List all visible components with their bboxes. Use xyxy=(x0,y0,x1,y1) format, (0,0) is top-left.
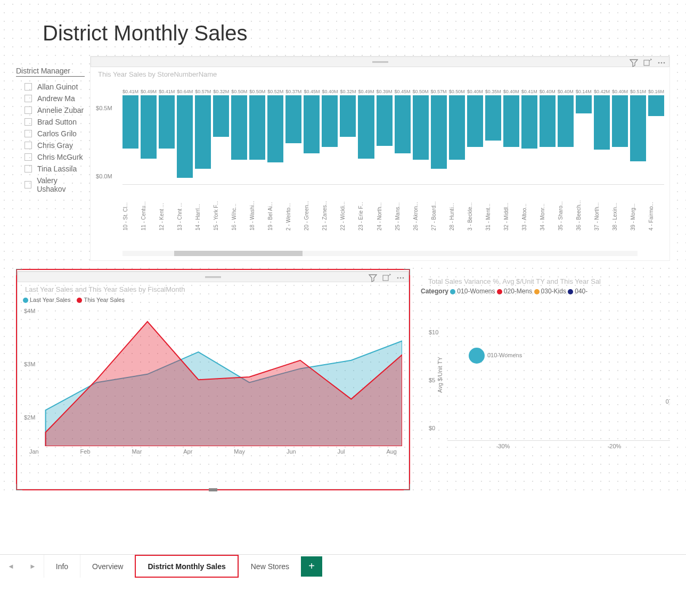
bar-value-label: $0.40M xyxy=(540,89,556,94)
area-chart-plot xyxy=(24,308,402,446)
more-options-icon[interactable] xyxy=(657,59,666,67)
bar-value-label: $0.41M xyxy=(123,89,138,94)
bar[interactable] xyxy=(485,95,501,141)
scrollbar-thumb[interactable] xyxy=(174,251,303,256)
bar[interactable] xyxy=(267,95,283,162)
tab-overview[interactable]: Overview xyxy=(80,555,135,578)
tab-info[interactable]: Info xyxy=(44,555,80,578)
checkbox-icon[interactable] xyxy=(24,165,32,173)
bar[interactable] xyxy=(521,95,537,149)
scatter-chart-plot: Avg $/Unit TY $10 $5 $0 010-Womens 070 xyxy=(447,302,670,441)
slicer-item[interactable]: Brad Sutton xyxy=(16,116,85,128)
bar[interactable] xyxy=(413,95,429,160)
drag-grip-icon[interactable] xyxy=(372,61,388,63)
visual-header[interactable] xyxy=(18,272,409,282)
bar[interactable] xyxy=(249,95,265,160)
bar[interactable] xyxy=(231,95,247,160)
bar-value-label: $0.37M xyxy=(285,89,301,94)
bar[interactable] xyxy=(395,95,411,153)
tab-nav-prev[interactable]: ◄ xyxy=(0,562,22,570)
y-tick: $0.0M xyxy=(96,173,112,179)
svg-point-5 xyxy=(397,277,399,279)
focus-mode-icon[interactable] xyxy=(382,274,391,282)
tab-district-monthly-sales[interactable]: District Monthly Sales xyxy=(135,555,238,578)
y-tick: $3M xyxy=(24,361,35,367)
more-options-icon[interactable] xyxy=(396,274,405,282)
bar[interactable] xyxy=(449,95,465,160)
bar-value-label: $0.39M xyxy=(377,89,393,94)
visual-header[interactable] xyxy=(91,56,669,67)
slicer-item[interactable]: Allan Guinot xyxy=(16,81,85,93)
bar[interactable] xyxy=(648,95,664,116)
slicer-item[interactable]: Valery Ushakov xyxy=(16,175,85,195)
bar[interactable] xyxy=(467,95,483,147)
drag-grip-icon[interactable] xyxy=(205,276,221,278)
checkbox-icon[interactable] xyxy=(24,118,32,126)
svg-point-6 xyxy=(400,277,402,279)
slicer-item[interactable]: Chris Gray xyxy=(16,139,85,151)
bar[interactable] xyxy=(612,95,628,147)
bar-chart-visual[interactable]: This Year Sales by StoreNumberName $0.5M… xyxy=(90,56,670,261)
slicer-item[interactable]: Carlos Grilo xyxy=(16,128,85,139)
x-tick-label: May xyxy=(234,448,245,455)
bar[interactable] xyxy=(576,95,592,113)
tab-nav-next[interactable]: ► xyxy=(22,562,44,570)
checkbox-icon[interactable] xyxy=(24,142,32,149)
filter-icon[interactable] xyxy=(630,59,638,67)
add-page-button[interactable]: + xyxy=(301,556,322,577)
bar[interactable] xyxy=(558,95,574,147)
bar[interactable] xyxy=(177,95,193,178)
bar[interactable] xyxy=(358,95,374,159)
bar-value-label: $0.64M xyxy=(177,89,193,94)
horizontal-scrollbar[interactable] xyxy=(123,251,638,256)
bar[interactable] xyxy=(304,95,320,153)
bar[interactable] xyxy=(594,95,610,150)
bar[interactable] xyxy=(377,95,393,146)
bar-value-label: $0.50M xyxy=(413,89,429,94)
focus-mode-icon[interactable] xyxy=(643,59,652,67)
bar-value-label: $0.45M xyxy=(395,89,411,94)
x-tick-label: Jul xyxy=(337,448,345,455)
bar[interactable] xyxy=(159,95,175,149)
bar[interactable] xyxy=(503,95,519,147)
bar[interactable] xyxy=(123,95,138,149)
bar[interactable] xyxy=(141,95,157,159)
bar-value-label: $0.41M xyxy=(521,89,537,94)
scatter-y-axis-label: Avg $/Unit TY xyxy=(437,357,443,392)
checkbox-icon[interactable] xyxy=(24,153,32,161)
bar-value-label: $0.40M xyxy=(558,89,574,94)
checkbox-icon[interactable] xyxy=(24,181,31,188)
svg-point-1 xyxy=(658,62,660,64)
slicer-item-label: Allan Guinot xyxy=(37,83,78,91)
y-tick: $0 xyxy=(429,425,435,431)
bar[interactable] xyxy=(195,95,211,169)
tab-new-stores[interactable]: New Stores xyxy=(239,555,301,578)
slicer-item[interactable]: Andrew Ma xyxy=(16,93,85,104)
slicer-item-label: Brad Sutton xyxy=(37,118,77,126)
slicer-item[interactable]: Chris McGurk xyxy=(16,151,85,163)
resize-handle[interactable] xyxy=(404,484,410,490)
scatter-point-womens[interactable] xyxy=(469,348,485,364)
x-tick: -30% xyxy=(496,443,510,449)
filter-icon[interactable] xyxy=(369,274,377,282)
slicer-item[interactable]: Tina Lassila xyxy=(16,163,85,175)
bar[interactable] xyxy=(431,95,447,169)
x-tick-label: Apr xyxy=(183,448,192,455)
bar[interactable] xyxy=(540,95,556,147)
resize-handle[interactable] xyxy=(209,488,217,491)
district-manager-slicer[interactable]: District Manager Allan GuinotAndrew MaAn… xyxy=(16,56,85,261)
checkbox-icon[interactable] xyxy=(24,95,32,102)
slicer-item[interactable]: Annelie Zubar xyxy=(16,104,85,116)
scatter-chart-visual[interactable]: Total Sales Variance %, Avg $/Unit TY an… xyxy=(421,269,670,490)
bar[interactable] xyxy=(322,95,338,147)
checkbox-icon[interactable] xyxy=(24,106,32,114)
bar[interactable] xyxy=(630,95,646,161)
resize-handle[interactable] xyxy=(16,484,22,490)
checkbox-icon[interactable] xyxy=(24,130,32,137)
slicer-title: District Manager xyxy=(16,67,85,77)
bar[interactable] xyxy=(213,95,229,137)
bar[interactable] xyxy=(285,95,301,143)
area-chart-visual-selected[interactable]: Last Year Sales and This Year Sales by F… xyxy=(16,269,410,490)
checkbox-icon[interactable] xyxy=(24,83,32,91)
bar[interactable] xyxy=(340,95,356,137)
